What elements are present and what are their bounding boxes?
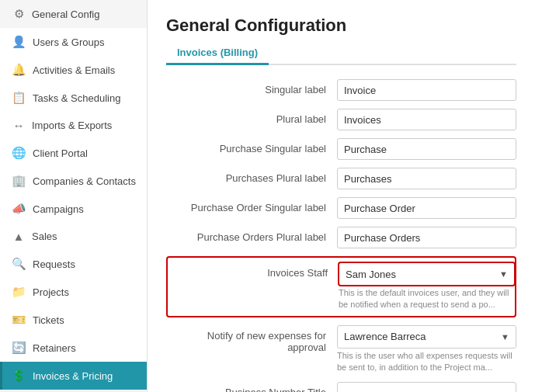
- sidebar-item-label: Tasks & Scheduling: [33, 92, 120, 104]
- form-row-purchases-plural-label: Purchases Plural label: [166, 168, 516, 189]
- building-icon: 🏢: [12, 174, 26, 188]
- control-purchases-plural-label: [337, 168, 516, 189]
- notify-expenses-select[interactable]: Lawrence Barreca: [338, 326, 495, 348]
- ticket-icon: 🎫: [12, 313, 26, 327]
- sidebar-item-tasks-scheduling[interactable]: 📋 Tasks & Scheduling: [0, 84, 147, 112]
- input-business-number-title[interactable]: [337, 382, 516, 392]
- sidebar-item-companies-contacts[interactable]: 🏢 Companies & Contacts: [0, 167, 147, 195]
- control-purchase-singular-label: [337, 138, 516, 160]
- tab-invoices-billing[interactable]: Invoices (Billing): [166, 42, 269, 65]
- sidebar-item-label: Requests: [33, 258, 75, 270]
- label-invoices-staff: Invoices Staff: [168, 262, 339, 279]
- sidebar-item-label: Activities & Emails: [33, 64, 115, 76]
- form-row-purchase-order-singular-label: Purchase Order Singular label: [166, 197, 516, 219]
- control-purchase-order-singular-label: [337, 197, 516, 219]
- sidebar-item-retainers[interactable]: 🔄 Retainers: [0, 334, 147, 362]
- sidebar-item-imports-exports[interactable]: ↔ Imports & Exports: [0, 112, 147, 139]
- sidebar-item-label: Tickets: [33, 314, 64, 326]
- sidebar-item-sales[interactable]: ▲ Sales: [0, 223, 147, 250]
- form-row-purchase-singular-label: Purchase Singular label: [166, 138, 516, 160]
- transfer-icon: ↔: [12, 119, 26, 132]
- sales-icon: ▲: [12, 230, 26, 243]
- users-icon: 👤: [12, 35, 26, 49]
- control-invoices-staff: Sam Jones ▼ This is the default invoices…: [339, 262, 515, 311]
- invoices-staff-hint: This is the default invoices user, and t…: [339, 287, 515, 311]
- control-plural-label: [337, 109, 516, 130]
- label-business-number-title: Business Number Title: [166, 382, 337, 392]
- label-purchase-singular-label: Purchase Singular label: [166, 138, 337, 154]
- form-row-invoices-staff: Invoices Staff Sam Jones ▼ This is the d…: [168, 262, 515, 311]
- sidebar-item-users-groups[interactable]: 👤 Users & Groups: [0, 28, 147, 56]
- select-arrow-icon: ▼: [493, 269, 514, 279]
- notify-expenses-hint: This is the user who all expenses reques…: [337, 350, 516, 374]
- sidebar-item-requests[interactable]: 🔍 Requests: [0, 250, 147, 278]
- label-plural-label: Plural label: [166, 109, 337, 125]
- megaphone-icon: 📣: [12, 202, 26, 216]
- form-row-singular-label: Singular label: [166, 79, 516, 101]
- sidebar-item-invoices-pricing[interactable]: 💲 Invoices & Pricing: [0, 362, 147, 390]
- input-purchase-order-singular-label[interactable]: [337, 197, 516, 219]
- sidebar-item-label: General Config: [32, 9, 99, 20]
- sidebar-item-label: Users & Groups: [33, 36, 104, 48]
- sidebar-item-client-portal[interactable]: 🌐 Client Portal: [0, 139, 147, 167]
- input-purchase-orders-plural-label[interactable]: [337, 227, 516, 248]
- control-business-number-title: This is the title of your business ident…: [337, 382, 516, 392]
- label-purchases-plural-label: Purchases Plural label: [166, 168, 337, 184]
- sidebar-item-label: Projects: [33, 286, 69, 298]
- globe-icon: 🌐: [12, 146, 26, 160]
- tasks-icon: 📋: [12, 91, 26, 105]
- sidebar-item-label: Client Portal: [33, 147, 88, 159]
- form-row-plural-label: Plural label: [166, 109, 516, 130]
- form-row-purchase-orders-plural-label: Purchase Orders Plural label: [166, 227, 516, 248]
- sidebar-item-campaigns[interactable]: 📣 Campaigns: [0, 195, 147, 223]
- sidebar-item-label: Invoices & Pricing: [33, 370, 113, 382]
- sidebar: ⚙ General Config 👤 Users & Groups 🔔 Acti…: [0, 0, 148, 392]
- input-plural-label[interactable]: [337, 109, 516, 130]
- label-purchase-order-singular-label: Purchase Order Singular label: [166, 197, 337, 213]
- highlighted-section: Invoices Staff Sam Jones ▼ This is the d…: [166, 256, 516, 317]
- sidebar-item-label: Campaigns: [33, 203, 84, 215]
- label-notify-expenses: Notify of new expenses for approval: [166, 325, 337, 353]
- sidebar-item-label: Imports & Exports: [32, 120, 112, 131]
- form-row-notify-expenses: Notify of new expenses for approval Lawr…: [166, 325, 516, 374]
- invoices-staff-select[interactable]: Sam Jones: [339, 263, 493, 285]
- control-singular-label: [337, 79, 516, 101]
- tab-bar: Invoices (Billing): [166, 42, 516, 65]
- select-arrow-icon: ▼: [495, 332, 516, 342]
- search-icon: 🔍: [12, 257, 26, 271]
- control-purchase-orders-plural-label: [337, 227, 516, 248]
- gear-icon: ⚙: [12, 7, 26, 21]
- sidebar-item-tickets[interactable]: 🎫 Tickets: [0, 306, 147, 334]
- input-purchase-singular-label[interactable]: [337, 138, 516, 160]
- sidebar-item-label: Companies & Contacts: [33, 175, 136, 187]
- bell-icon: 🔔: [12, 63, 26, 77]
- input-singular-label[interactable]: [337, 79, 516, 101]
- control-notify-expenses: Lawrence Barreca ▼ This is the user who …: [337, 325, 516, 374]
- notify-select-wrap: Lawrence Barreca ▼: [337, 325, 516, 349]
- folder-icon: 📁: [12, 285, 26, 299]
- label-purchase-orders-plural-label: Purchase Orders Plural label: [166, 227, 337, 243]
- label-singular-label: Singular label: [166, 79, 337, 95]
- sidebar-item-general-config[interactable]: ⚙ General Config: [0, 0, 147, 28]
- retainer-icon: 🔄: [12, 341, 26, 355]
- sidebar-item-activities-emails[interactable]: 🔔 Activities & Emails: [0, 56, 147, 84]
- sidebar-item-projects[interactable]: 📁 Projects: [0, 278, 147, 306]
- invoice-icon: 💲: [12, 369, 26, 383]
- input-purchases-plural-label[interactable]: [337, 168, 516, 189]
- main-content: General Configuration Invoices (Billing)…: [148, 0, 535, 392]
- invoices-staff-select-wrap: Sam Jones ▼: [339, 262, 515, 286]
- page-title: General Configuration: [166, 16, 516, 36]
- form-row-business-number-title: Business Number Title This is the title …: [166, 382, 516, 392]
- sidebar-item-label: Retainers: [33, 342, 76, 354]
- sidebar-item-label: Sales: [32, 231, 57, 242]
